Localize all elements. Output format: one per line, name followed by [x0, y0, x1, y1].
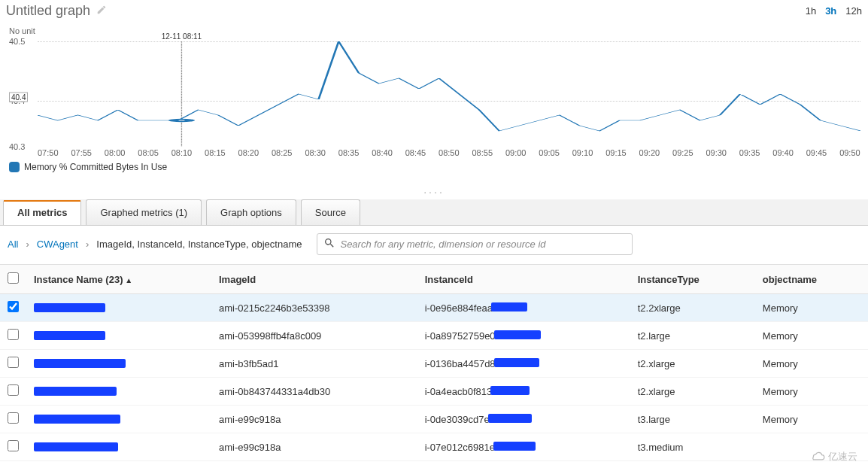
- legend-label: Memory % Committed Bytes In Use: [24, 162, 167, 172]
- x-ticks: 07:5007:5508:0008:0508:1008:1508:2008:25…: [38, 148, 860, 160]
- time-range-1h[interactable]: 1h: [806, 5, 816, 17]
- instance-name-redacted: [34, 331, 105, 340]
- col-header[interactable]: InstanceId: [417, 265, 630, 294]
- row-checkbox[interactable]: [8, 384, 19, 396]
- instance-name-redacted: [34, 415, 120, 424]
- instance-id: i-0136ba4457d8: [425, 358, 539, 369]
- svg-point-1: [177, 120, 187, 121]
- image-id: ami-0215c2246b3e53398: [211, 294, 417, 322]
- image-id: ami-b3fb5ad1: [211, 350, 417, 378]
- chevron-right-icon: ›: [86, 239, 89, 250]
- objectname: Memory: [755, 322, 868, 350]
- row-checkbox[interactable]: [8, 412, 19, 424]
- row-checkbox[interactable]: [8, 329, 19, 340]
- instance-name-redacted: [34, 442, 118, 451]
- search-box[interactable]: [317, 233, 633, 255]
- tab-bar: All metricsGraphed metrics (1)Graph opti…: [0, 199, 868, 226]
- crosshair-x-label: 12-11 08:11: [160, 32, 203, 41]
- y-axis-unit: No unit: [9, 26, 860, 35]
- instance-type: t2.xlarge: [630, 378, 755, 406]
- table-row[interactable]: ami-0215c2246b3e53398i-0e96e884feaat2.2x…: [0, 294, 868, 322]
- objectname: Memory: [755, 350, 868, 378]
- breadcrumb-namespace[interactable]: CWAgent: [37, 239, 78, 250]
- breadcrumb-dimensions: ImageId, InstanceId, InstanceType, objec…: [96, 239, 302, 250]
- tab-graph-options[interactable]: Graph options: [206, 199, 296, 225]
- instance-id: i-0de3039cd7e: [425, 414, 532, 425]
- drag-handle-icon[interactable]: ····: [0, 186, 868, 195]
- image-id: ami-e99c918a: [211, 433, 417, 461]
- table-row[interactable]: ami-053998ffb4fa8c009i-0a89752759e0t2.la…: [0, 322, 868, 350]
- chart[interactable]: No unit 40.5 40.4 40.3 40.4 12-11 08:11 …: [0, 26, 868, 186]
- select-all-checkbox[interactable]: [8, 272, 19, 284]
- time-range-selector: 1h3h12h: [806, 5, 862, 17]
- objectname: Memory: [755, 406, 868, 433]
- search-input[interactable]: [340, 239, 626, 250]
- edit-title-icon[interactable]: [96, 5, 107, 17]
- legend-swatch: [9, 162, 20, 172]
- watermark: 亿速云: [810, 450, 857, 463]
- objectname: Memory: [755, 294, 868, 322]
- time-range-12h[interactable]: 12h: [845, 5, 862, 17]
- tab-all-metrics[interactable]: All metrics: [3, 200, 81, 225]
- y-tick: 40.5: [9, 37, 25, 46]
- table-row[interactable]: ami-e99c918ai-07e012c6981et3.medium: [0, 433, 868, 461]
- image-id: ami-e99c918a: [211, 406, 417, 433]
- objectname: Memory: [755, 378, 868, 406]
- row-checkbox[interactable]: [8, 440, 19, 451]
- instance-type: t3.medium: [630, 433, 755, 461]
- instance-id: i-0a89752759e0: [425, 330, 541, 342]
- tab-graphed-metrics[interactable]: Graphed metrics (1): [86, 199, 202, 225]
- col-header[interactable]: InstanceType: [630, 265, 755, 294]
- col-header[interactable]: objectname: [755, 265, 868, 294]
- metrics-table: Instance Name (23)ImageIdInstanceIdInsta…: [0, 265, 868, 461]
- page-title: Untitled graph: [6, 3, 90, 19]
- instance-name-redacted: [34, 303, 105, 312]
- instance-id: i-0e96e884feaa: [425, 302, 527, 314]
- instance-type: t2.xlarge: [630, 350, 755, 378]
- chevron-right-icon: ›: [26, 239, 29, 250]
- row-checkbox[interactable]: [8, 357, 19, 368]
- image-id: ami-0b843744331a4db30: [211, 378, 417, 406]
- breadcrumb-all[interactable]: All: [8, 239, 18, 250]
- table-row[interactable]: ami-0b843744331a4db30i-0a4eacb0f813t2.xl…: [0, 378, 868, 406]
- crosshair-y-label: 40.4: [9, 93, 28, 102]
- legend[interactable]: Memory % Committed Bytes In Use: [9, 162, 860, 172]
- row-checkbox[interactable]: [8, 301, 19, 312]
- col-header[interactable]: Instance Name (23): [26, 265, 211, 294]
- instance-type: t2.large: [630, 322, 755, 350]
- search-icon: [323, 237, 335, 251]
- table-row[interactable]: ami-e99c918ai-0de3039cd7et3.largeMemory: [0, 406, 868, 433]
- instance-id: i-0a4eacb0f813: [425, 386, 530, 397]
- col-header[interactable]: ImageId: [211, 265, 417, 294]
- time-range-3h[interactable]: 3h: [825, 5, 836, 17]
- y-tick: 40.3: [9, 142, 25, 151]
- instance-type: t2.2xlarge: [630, 294, 755, 322]
- instance-id: i-07e012c6981e: [425, 442, 536, 453]
- tab-source[interactable]: Source: [301, 199, 360, 225]
- instance-name-redacted: [34, 359, 126, 368]
- table-row[interactable]: ami-b3fb5ad1i-0136ba4457d8t2.xlargeMemor…: [0, 350, 868, 378]
- image-id: ami-053998ffb4fa8c009: [211, 322, 417, 350]
- instance-type: t3.large: [630, 406, 755, 433]
- instance-name-redacted: [34, 387, 117, 396]
